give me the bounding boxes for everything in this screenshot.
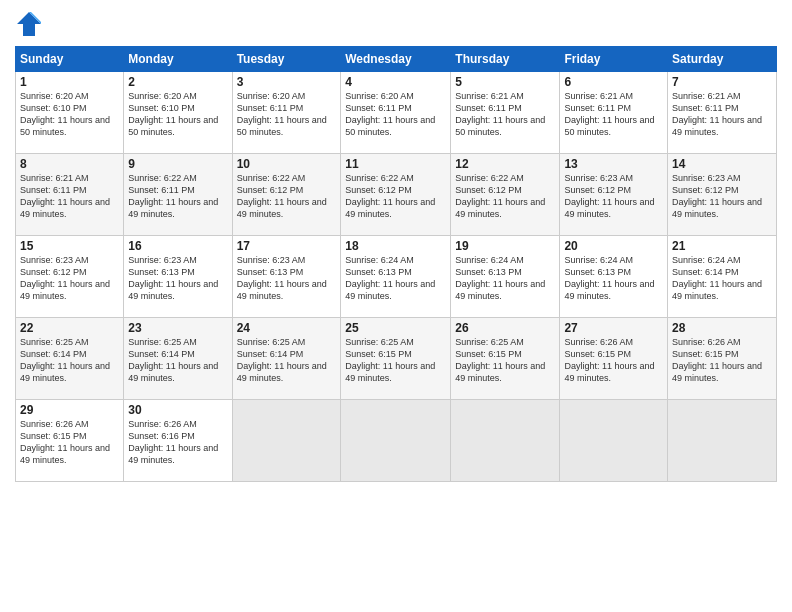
calendar-cell: 11 Sunrise: 6:22 AMSunset: 6:12 PMDaylig… <box>341 154 451 236</box>
calendar-cell <box>560 400 668 482</box>
day-info: Sunrise: 6:26 AMSunset: 6:15 PMDaylight:… <box>672 336 772 385</box>
calendar-cell <box>341 400 451 482</box>
day-info: Sunrise: 6:23 AMSunset: 6:12 PMDaylight:… <box>20 254 119 303</box>
day-number: 1 <box>20 75 119 89</box>
day-number: 19 <box>455 239 555 253</box>
day-info: Sunrise: 6:21 AMSunset: 6:11 PMDaylight:… <box>672 90 772 139</box>
day-number: 26 <box>455 321 555 335</box>
day-number: 28 <box>672 321 772 335</box>
calendar-cell: 9 Sunrise: 6:22 AMSunset: 6:11 PMDayligh… <box>124 154 232 236</box>
calendar-cell: 1 Sunrise: 6:20 AMSunset: 6:10 PMDayligh… <box>16 72 124 154</box>
day-info: Sunrise: 6:26 AMSunset: 6:15 PMDaylight:… <box>20 418 119 467</box>
calendar-cell: 5 Sunrise: 6:21 AMSunset: 6:11 PMDayligh… <box>451 72 560 154</box>
calendar-table: Sunday Monday Tuesday Wednesday Thursday… <box>15 46 777 482</box>
day-info: Sunrise: 6:25 AMSunset: 6:14 PMDaylight:… <box>20 336 119 385</box>
day-info: Sunrise: 6:23 AMSunset: 6:12 PMDaylight:… <box>564 172 663 221</box>
day-number: 13 <box>564 157 663 171</box>
col-thursday: Thursday <box>451 47 560 72</box>
col-wednesday: Wednesday <box>341 47 451 72</box>
col-friday: Friday <box>560 47 668 72</box>
calendar-cell: 23 Sunrise: 6:25 AMSunset: 6:14 PMDaylig… <box>124 318 232 400</box>
calendar-cell: 28 Sunrise: 6:26 AMSunset: 6:15 PMDaylig… <box>668 318 777 400</box>
day-info: Sunrise: 6:22 AMSunset: 6:12 PMDaylight:… <box>345 172 446 221</box>
col-monday: Monday <box>124 47 232 72</box>
calendar-cell: 7 Sunrise: 6:21 AMSunset: 6:11 PMDayligh… <box>668 72 777 154</box>
day-number: 12 <box>455 157 555 171</box>
calendar-cell: 10 Sunrise: 6:22 AMSunset: 6:12 PMDaylig… <box>232 154 341 236</box>
calendar-cell: 12 Sunrise: 6:22 AMSunset: 6:12 PMDaylig… <box>451 154 560 236</box>
day-info: Sunrise: 6:21 AMSunset: 6:11 PMDaylight:… <box>455 90 555 139</box>
col-sunday: Sunday <box>16 47 124 72</box>
day-number: 2 <box>128 75 227 89</box>
day-info: Sunrise: 6:25 AMSunset: 6:14 PMDaylight:… <box>128 336 227 385</box>
calendar-week-row-2: 8 Sunrise: 6:21 AMSunset: 6:11 PMDayligh… <box>16 154 777 236</box>
day-info: Sunrise: 6:26 AMSunset: 6:15 PMDaylight:… <box>564 336 663 385</box>
day-info: Sunrise: 6:24 AMSunset: 6:13 PMDaylight:… <box>455 254 555 303</box>
calendar-week-row-5: 29 Sunrise: 6:26 AMSunset: 6:15 PMDaylig… <box>16 400 777 482</box>
day-number: 10 <box>237 157 337 171</box>
day-number: 17 <box>237 239 337 253</box>
day-info: Sunrise: 6:26 AMSunset: 6:16 PMDaylight:… <box>128 418 227 467</box>
calendar-cell: 6 Sunrise: 6:21 AMSunset: 6:11 PMDayligh… <box>560 72 668 154</box>
calendar-cell: 25 Sunrise: 6:25 AMSunset: 6:15 PMDaylig… <box>341 318 451 400</box>
page: Sunday Monday Tuesday Wednesday Thursday… <box>0 0 792 612</box>
calendar-header-row: Sunday Monday Tuesday Wednesday Thursday… <box>16 47 777 72</box>
day-info: Sunrise: 6:22 AMSunset: 6:12 PMDaylight:… <box>455 172 555 221</box>
day-info: Sunrise: 6:20 AMSunset: 6:11 PMDaylight:… <box>237 90 337 139</box>
day-number: 20 <box>564 239 663 253</box>
calendar-cell: 29 Sunrise: 6:26 AMSunset: 6:15 PMDaylig… <box>16 400 124 482</box>
day-number: 27 <box>564 321 663 335</box>
calendar-cell: 19 Sunrise: 6:24 AMSunset: 6:13 PMDaylig… <box>451 236 560 318</box>
calendar-week-row-3: 15 Sunrise: 6:23 AMSunset: 6:12 PMDaylig… <box>16 236 777 318</box>
day-number: 9 <box>128 157 227 171</box>
calendar-cell <box>451 400 560 482</box>
col-saturday: Saturday <box>668 47 777 72</box>
calendar-cell: 16 Sunrise: 6:23 AMSunset: 6:13 PMDaylig… <box>124 236 232 318</box>
day-number: 25 <box>345 321 446 335</box>
calendar-cell: 8 Sunrise: 6:21 AMSunset: 6:11 PMDayligh… <box>16 154 124 236</box>
day-number: 14 <box>672 157 772 171</box>
day-info: Sunrise: 6:24 AMSunset: 6:13 PMDaylight:… <box>564 254 663 303</box>
day-info: Sunrise: 6:20 AMSunset: 6:11 PMDaylight:… <box>345 90 446 139</box>
day-info: Sunrise: 6:23 AMSunset: 6:13 PMDaylight:… <box>128 254 227 303</box>
day-info: Sunrise: 6:20 AMSunset: 6:10 PMDaylight:… <box>128 90 227 139</box>
day-info: Sunrise: 6:23 AMSunset: 6:12 PMDaylight:… <box>672 172 772 221</box>
day-number: 6 <box>564 75 663 89</box>
calendar-cell: 15 Sunrise: 6:23 AMSunset: 6:12 PMDaylig… <box>16 236 124 318</box>
day-number: 15 <box>20 239 119 253</box>
day-number: 18 <box>345 239 446 253</box>
calendar-cell <box>232 400 341 482</box>
calendar-cell: 4 Sunrise: 6:20 AMSunset: 6:11 PMDayligh… <box>341 72 451 154</box>
calendar-cell: 13 Sunrise: 6:23 AMSunset: 6:12 PMDaylig… <box>560 154 668 236</box>
day-number: 4 <box>345 75 446 89</box>
day-info: Sunrise: 6:21 AMSunset: 6:11 PMDaylight:… <box>20 172 119 221</box>
day-info: Sunrise: 6:24 AMSunset: 6:14 PMDaylight:… <box>672 254 772 303</box>
calendar-week-row-4: 22 Sunrise: 6:25 AMSunset: 6:14 PMDaylig… <box>16 318 777 400</box>
calendar-cell <box>668 400 777 482</box>
day-info: Sunrise: 6:21 AMSunset: 6:11 PMDaylight:… <box>564 90 663 139</box>
calendar-cell: 2 Sunrise: 6:20 AMSunset: 6:10 PMDayligh… <box>124 72 232 154</box>
day-number: 3 <box>237 75 337 89</box>
day-number: 21 <box>672 239 772 253</box>
calendar-week-row-1: 1 Sunrise: 6:20 AMSunset: 6:10 PMDayligh… <box>16 72 777 154</box>
calendar-cell: 21 Sunrise: 6:24 AMSunset: 6:14 PMDaylig… <box>668 236 777 318</box>
day-number: 23 <box>128 321 227 335</box>
calendar-cell: 20 Sunrise: 6:24 AMSunset: 6:13 PMDaylig… <box>560 236 668 318</box>
day-number: 8 <box>20 157 119 171</box>
calendar-cell: 18 Sunrise: 6:24 AMSunset: 6:13 PMDaylig… <box>341 236 451 318</box>
day-info: Sunrise: 6:25 AMSunset: 6:14 PMDaylight:… <box>237 336 337 385</box>
day-number: 24 <box>237 321 337 335</box>
calendar-cell: 14 Sunrise: 6:23 AMSunset: 6:12 PMDaylig… <box>668 154 777 236</box>
calendar-cell: 30 Sunrise: 6:26 AMSunset: 6:16 PMDaylig… <box>124 400 232 482</box>
day-number: 22 <box>20 321 119 335</box>
day-number: 16 <box>128 239 227 253</box>
day-info: Sunrise: 6:20 AMSunset: 6:10 PMDaylight:… <box>20 90 119 139</box>
day-number: 29 <box>20 403 119 417</box>
col-tuesday: Tuesday <box>232 47 341 72</box>
calendar-cell: 24 Sunrise: 6:25 AMSunset: 6:14 PMDaylig… <box>232 318 341 400</box>
calendar-cell: 26 Sunrise: 6:25 AMSunset: 6:15 PMDaylig… <box>451 318 560 400</box>
calendar-cell: 3 Sunrise: 6:20 AMSunset: 6:11 PMDayligh… <box>232 72 341 154</box>
day-number: 5 <box>455 75 555 89</box>
day-number: 30 <box>128 403 227 417</box>
day-info: Sunrise: 6:25 AMSunset: 6:15 PMDaylight:… <box>455 336 555 385</box>
